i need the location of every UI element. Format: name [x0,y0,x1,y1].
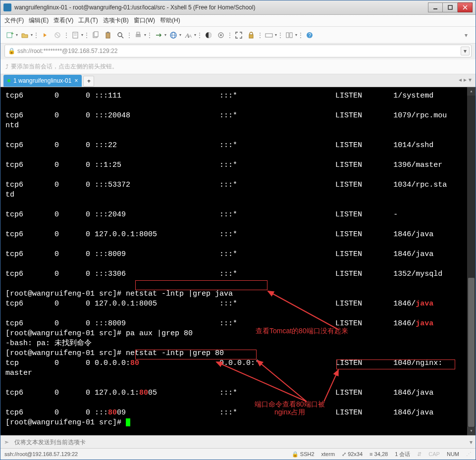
app-window: wangruifenglinux-01 - root@wangruifeng-0… [0,0,476,460]
menu-file[interactable]: 文件(F) [4,16,24,25]
keyboard-icon[interactable] [264,30,274,41]
tab-scroll-right-icon[interactable]: ▸ [464,76,467,83]
annotation-2: 端口命令查看80端口被nginx占用 [255,400,325,416]
fullscreen-icon[interactable] [233,30,244,41]
svg-rect-12 [94,32,98,37]
status-updown-icon: ⇵ [417,451,422,458]
tab-scroll-left-icon[interactable]: ◂ [459,76,462,83]
paste-icon[interactable] [103,30,113,41]
send-input[interactable] [12,439,467,446]
close-button[interactable] [458,2,473,12]
globe-icon[interactable] [168,30,179,41]
send-mode-icon[interactable]: ➣ [0,439,12,446]
maximize-button[interactable] [443,2,458,12]
svg-text:?: ? [309,33,312,38]
status-num: NUM [447,451,459,457]
terminal-output: tcp6 0 0 :::111 :::* LISTEN 1/systemd tc… [5,91,471,428]
scroll-down-icon[interactable]: ▾ [467,427,476,435]
status-term: xterm [321,451,335,457]
disconnect-icon[interactable] [52,30,63,41]
menu-edit[interactable]: 编辑(E) [29,16,49,25]
highlight-box-nginx [336,359,455,369]
menu-view[interactable]: 查看(V) [53,16,73,25]
status-dot-icon [7,79,10,82]
svg-rect-13 [106,33,110,38]
svg-line-7 [56,34,59,37]
find-icon[interactable] [115,30,126,41]
properties-icon[interactable] [70,30,81,41]
toolbar: +▾ ▾ ⋮ ⋮ ▾ ⋮ ⋮ ▾ ⋮ ▾ ▾ AA▾ ⋮ ⋮ ⋮ ▾ ⋮ ▾ ⋮… [0,27,476,44]
highlight-box-cmd1 [135,280,267,290]
address-bar[interactable]: 🔒 ssh://root:********@192.168.57.129:22 … [4,45,472,57]
tip-text: 要添加当前会话，点击左侧的箭头按钮。 [11,62,118,71]
tab-label: 1 wangruifenglinux-01 [13,77,71,84]
tip-arrow-icon[interactable]: ⤴ [5,63,8,70]
layout-icon[interactable] [284,30,295,41]
svg-rect-14 [107,32,109,33]
lock-icon[interactable] [246,30,257,41]
status-sessions: 1 会话 [395,451,410,458]
address-text: ssh://root:********@192.168.57.129:22 [17,48,117,54]
menu-tools[interactable]: 工具(T) [78,16,98,25]
tab-bar: 1 wangruifenglinux-01 × + ◂ ▸ ▾ [0,74,476,87]
window-controls [428,2,473,12]
highlight-icon[interactable] [215,30,226,41]
help-icon[interactable]: ? [304,30,315,41]
svg-line-16 [121,36,123,38]
toolbar-overflow-icon[interactable]: ▾ [461,30,472,41]
minimize-button[interactable] [428,2,443,12]
address-add-button[interactable]: ▾ [461,47,470,55]
svg-rect-17 [136,34,141,37]
font-icon[interactable]: AA [183,30,194,41]
svg-rect-30 [286,33,289,38]
app-icon [3,3,11,11]
svg-rect-31 [290,33,292,38]
lock-small-icon: 🔒 [8,48,15,54]
session-tab[interactable]: 1 wangruifenglinux-01 × [3,75,82,87]
svg-point-26 [220,34,222,36]
new-session-icon[interactable]: + [4,30,15,41]
svg-text:A: A [189,34,192,39]
status-connection: ssh://root@192.168.57.129:22 [4,451,285,457]
status-cap: CAP [428,451,440,457]
status-grip-icon[interactable]: ⋰ [466,451,472,458]
svg-rect-1 [448,5,452,9]
menu-tabs[interactable]: 选项卡(B) [103,16,129,25]
window-title: wangruifenglinux-01 - root@wangruifeng-0… [14,4,428,11]
terminal[interactable]: tcp6 0 0 :::111 :::* LISTEN 1/systemd tc… [0,87,476,435]
status-cursor: ≡ 34,28 [370,451,388,457]
scroll-up-icon[interactable]: ▴ [467,87,476,96]
highlight-box-cmd3 [135,350,257,359]
tip-bar: ⤴ 要添加当前会话，点击左侧的箭头按钮。 [0,59,476,74]
send-dropdown-icon[interactable]: ▾ [467,439,476,446]
menu-window[interactable]: 窗口(W) [134,16,155,25]
terminal-scrollbar[interactable]: ▴ ▾ [467,87,476,435]
titlebar[interactable]: wangruifenglinux-01 - root@wangruifeng-0… [0,0,476,15]
color-scheme-icon[interactable] [203,30,214,41]
transfer-icon[interactable] [153,30,164,41]
tab-menu-icon[interactable]: ▾ [469,76,472,83]
svg-rect-18 [137,32,140,34]
menubar: 文件(F) 编辑(E) 查看(V) 工具(T) 选项卡(B) 窗口(W) 帮助(… [0,15,476,27]
status-bar: ssh://root@192.168.57.129:22 🔒 SSH2 xter… [0,448,476,460]
status-size: ⤢ 92x34 [342,451,363,458]
svg-text:+: + [11,31,14,36]
annotation-1: 查看Tomcat的80端口没有起来 [256,327,348,335]
send-bar: ➣ ▾ [0,435,476,448]
copy-icon[interactable] [90,30,101,41]
svg-point-15 [118,33,122,37]
svg-rect-28 [265,34,272,37]
svg-rect-27 [249,35,253,38]
add-tab-button[interactable]: + [83,76,94,87]
reconnect-icon[interactable] [40,30,51,41]
status-proto: 🔒 SSH2 [292,451,315,458]
menu-help[interactable]: 帮助(H) [160,16,180,25]
tab-close-icon[interactable]: × [74,77,78,84]
open-icon[interactable] [19,30,30,41]
print-icon[interactable] [133,30,144,41]
